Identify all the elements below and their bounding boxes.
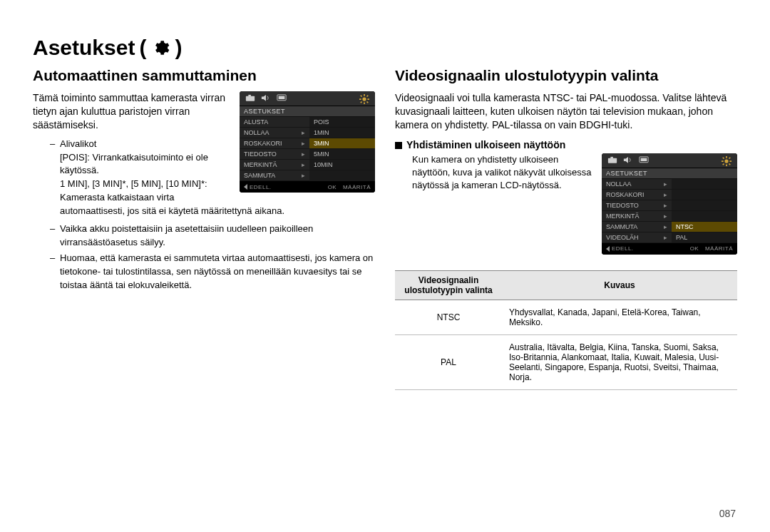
lcd-option-selected: 3MIN bbox=[309, 138, 375, 149]
lcd-option: 5MIN bbox=[309, 149, 375, 160]
video-format-table: Videosignaalin ulostulotyypin valinta Ku… bbox=[395, 270, 737, 390]
lcd-ok-label: OK MÄÄRITÄ bbox=[690, 245, 733, 252]
svg-line-10 bbox=[361, 96, 362, 97]
lcd-menu-title: ASETUKSET bbox=[602, 168, 672, 179]
section-auto-shutoff: Automaattinen sammuttaminen ASE bbox=[33, 67, 375, 390]
subsection-heading: Yhdistäminen ulkoiseen näyttöön bbox=[395, 139, 737, 150]
gear-small-icon bbox=[722, 156, 732, 165]
camera-icon bbox=[245, 94, 255, 103]
display-icon bbox=[639, 156, 649, 165]
section-heading: Automaattinen sammuttaminen bbox=[33, 67, 375, 84]
note-item: –Vaikka akku poistettaisiin ja asetettai… bbox=[50, 222, 375, 250]
display-icon bbox=[277, 94, 287, 103]
intro-text: Videosignaali voi tulla kamerasta NTSC- … bbox=[395, 91, 737, 132]
lcd-menu-item: ALUSTA bbox=[240, 117, 309, 128]
sound-icon bbox=[261, 94, 271, 103]
svg-line-11 bbox=[367, 102, 369, 103]
lcd-option: 1MIN bbox=[309, 128, 375, 138]
svg-line-25 bbox=[729, 163, 731, 165]
lcd-back-label: EDELL. bbox=[606, 245, 634, 252]
table-row: NTSC Yhdysvallat, Kanada, Japani, Etelä-… bbox=[395, 300, 737, 334]
table-cell-key: PAL bbox=[395, 334, 502, 389]
lcd-menu-item: SAMMUTA▸ bbox=[602, 222, 672, 232]
table-cell-value: Yhdysvallat, Kanada, Japani, Etelä-Korea… bbox=[502, 300, 737, 334]
svg-rect-18 bbox=[641, 158, 647, 160]
lcd-option: 10MIN bbox=[309, 160, 375, 170]
page-title: Asetukset ( ) bbox=[33, 36, 737, 60]
lcd-menu-title: ASETUKSET bbox=[240, 106, 309, 117]
table-header: Videosignaalin ulostulotyypin valinta bbox=[395, 270, 502, 300]
subsection-text: Kun kamera on yhdistetty ulkoiseen näytt… bbox=[412, 153, 595, 193]
svg-rect-1 bbox=[248, 95, 251, 97]
lcd-menu-item: TIEDOSTO▸ bbox=[602, 200, 672, 211]
gear-icon bbox=[150, 38, 170, 58]
svg-rect-0 bbox=[246, 96, 255, 101]
camera-icon bbox=[607, 156, 617, 165]
lcd-menu-item: MERKINTÄ▸ bbox=[602, 211, 672, 222]
table-header: Kuvaus bbox=[502, 270, 737, 300]
lcd-menu-item: NOLLAA▸ bbox=[240, 128, 309, 138]
open-paren: ( bbox=[139, 36, 146, 60]
lcd-top-icons bbox=[602, 153, 737, 168]
lcd-back-label: EDELL. bbox=[244, 184, 272, 190]
lcd-option-selected: NTSC bbox=[672, 222, 737, 232]
svg-line-26 bbox=[729, 157, 731, 158]
svg-marker-2 bbox=[262, 95, 266, 101]
svg-rect-14 bbox=[608, 158, 617, 163]
close-paren: ) bbox=[175, 36, 182, 60]
camera-lcd-video-output: ASETUKSET NOLLAA▸ ROSKAKORI▸ TIEDOSTO▸ M… bbox=[602, 153, 737, 255]
lcd-ok-label: OK MÄÄRITÄ bbox=[328, 184, 371, 190]
lcd-option: PAL bbox=[672, 232, 737, 243]
svg-marker-16 bbox=[624, 157, 628, 163]
lcd-menu-item: ROSKAKORI▸ bbox=[602, 190, 672, 200]
svg-rect-15 bbox=[610, 157, 613, 159]
submenu-heading: – Alivalikot bbox=[50, 138, 232, 151]
page-number: 087 bbox=[719, 508, 736, 519]
sound-icon bbox=[623, 156, 633, 165]
table-row: PAL Australia, Itävalta, Belgia, Kiina, … bbox=[395, 334, 737, 389]
square-bullet-icon bbox=[395, 142, 402, 149]
svg-point-19 bbox=[724, 159, 728, 163]
lcd-menu-item: TIEDOSTO▸ bbox=[240, 149, 309, 160]
svg-point-5 bbox=[362, 97, 366, 101]
section-heading: Videosignaalin ulostulotyypin valinta bbox=[395, 67, 737, 84]
svg-line-12 bbox=[367, 96, 369, 97]
lcd-menu-item: SAMMUTA▸ bbox=[240, 170, 309, 181]
lcd-menu-item: ROSKAKORI▸ bbox=[240, 138, 309, 149]
table-cell-value: Australia, Itävalta, Belgia, Kiina, Tans… bbox=[502, 334, 737, 389]
gear-small-icon bbox=[359, 94, 369, 103]
section-video-output: Videosignaalin ulostulotyypin valinta Vi… bbox=[395, 67, 737, 390]
camera-lcd-auto-shutoff: ASETUKSET ALUSTA NOLLAA▸ ROSKAKORI▸ TIED… bbox=[240, 91, 375, 193]
svg-line-13 bbox=[361, 102, 362, 103]
svg-rect-4 bbox=[279, 96, 285, 99]
page-title-text: Asetukset bbox=[33, 36, 135, 60]
table-cell-key: NTSC bbox=[395, 300, 502, 334]
svg-line-24 bbox=[723, 157, 724, 158]
option-times-desc: Kamerasta katkaistaan virta automaattise… bbox=[60, 191, 375, 218]
note-item: –Huomaa, että kamerasta ei sammuteta vir… bbox=[50, 252, 375, 292]
lcd-top-icons bbox=[240, 91, 375, 106]
svg-line-27 bbox=[723, 163, 724, 165]
lcd-menu-item: NOLLAA▸ bbox=[602, 179, 672, 190]
lcd-option: POIS bbox=[309, 117, 375, 128]
lcd-menu-item: MERKINTÄ▸ bbox=[240, 160, 309, 170]
lcd-menu-item: VIDEOLÄH▸ bbox=[602, 232, 672, 243]
